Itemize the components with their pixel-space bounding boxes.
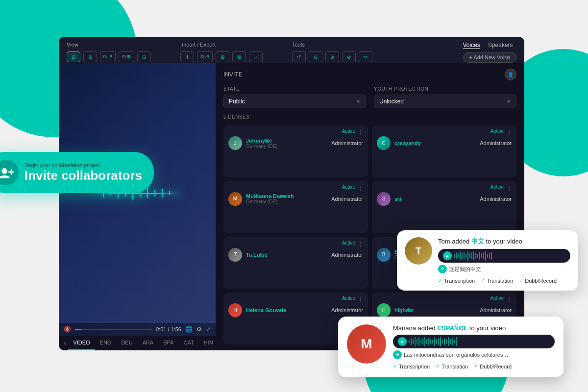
view-btn-2[interactable]: ⊞ <box>83 51 97 62</box>
tom-add-button[interactable]: + <box>438 265 447 273</box>
tom-avatar: T <box>405 237 432 265</box>
collab-card-sri: Active ⋮ S sri Administrator <box>372 181 516 233</box>
lang-tab-deu[interactable]: DEU <box>116 336 137 350</box>
collab-details-crazyandy: crazyandy <box>394 140 476 146</box>
view-btn-sub[interactable]: SUB <box>119 51 134 62</box>
mariana-waveform: ▶ <box>393 335 555 348</box>
wave-bar <box>456 252 457 259</box>
tab-speakers[interactable]: Speakers <box>488 42 513 49</box>
wave-bar <box>458 253 459 258</box>
state-chevron: ▼ <box>356 99 361 104</box>
mariana-lang: ESPAÑOL <box>437 324 467 332</box>
wave-bar <box>416 339 417 344</box>
wave-bar <box>469 253 470 258</box>
wave-bar <box>471 252 472 259</box>
import-export-label: Import / Export <box>180 42 263 48</box>
collab-info-johnnybe: J JohnnyBe Germany (DE) Administrator <box>228 136 363 150</box>
tool-btn-4[interactable]: ⊘ <box>342 51 356 62</box>
ie-btn-2[interactable]: SUB <box>197 51 213 62</box>
tom-wave-bars <box>454 251 565 261</box>
lang-tab-ara[interactable]: ARA <box>138 336 159 350</box>
collab-card-muthanna: Active ⋮ M Muthanna Darwish Germany (DE)… <box>223 181 368 233</box>
globe-icon[interactable]: 🌐 <box>185 326 193 333</box>
collab-details-highder: highder <box>394 307 476 313</box>
check-icon-dubb: ✓ <box>519 277 523 284</box>
tools-icons: ↺ ⊙ ⊕ ⊘ ✂ <box>292 51 372 62</box>
check-icon-dubb-m: ✓ <box>474 363 478 369</box>
progress-fill <box>75 329 81 330</box>
mariana-add-button[interactable]: + <box>393 350 402 359</box>
mariana-checks: ✓ Transcription ✓ Translation ✓ Dubb/Rec… <box>393 363 555 369</box>
wave-bar <box>434 337 435 346</box>
ie-btn-4[interactable]: ⊠ <box>232 51 246 62</box>
wave-bar <box>432 340 433 343</box>
invite-button[interactable]: 👤 <box>505 69 516 80</box>
collab-details-johnnybe: JohnnyBe Germany (DE) <box>246 138 327 149</box>
collab-info-muthanna: M Muthanna Darwish Germany (DE) Administ… <box>228 192 363 206</box>
import-export-icons: ⬆ SUB ⊞ ⊠ ⇗ <box>180 51 263 62</box>
view-btn-dub[interactable]: DUB <box>100 51 116 62</box>
tom-subtitle-text: 这是我的中文 <box>449 266 481 273</box>
ie-btn-3[interactable]: ⊞ <box>216 51 229 62</box>
wave-bar <box>413 339 414 344</box>
view-btn-5[interactable]: ⊡ <box>137 51 151 62</box>
collab-card-johnnybe: Active ⋮ J JohnnyBe Germany (DE) Adminis… <box>223 125 368 177</box>
collab-avatar-johnnybe: J <box>228 136 242 150</box>
collab-menu-helena[interactable]: ⋮ <box>357 295 364 303</box>
lang-prev-arrow[interactable]: ‹ <box>62 339 68 347</box>
mariana-play-button[interactable]: ▶ <box>398 337 407 346</box>
tom-play-button[interactable]: ▶ <box>443 251 452 260</box>
tool-btn-5[interactable]: ✂ <box>359 51 372 62</box>
toolbar: View ⊟ ⊞ DUB SUB ⊡ Import / Export ⬆ SUB… <box>59 37 524 63</box>
add-voice-button[interactable]: + Add New Voice <box>463 52 516 63</box>
collab-menu-talukic[interactable]: ⋮ <box>357 240 364 248</box>
waveform-spike <box>162 189 163 197</box>
lang-tab-video[interactable]: VIDEO <box>68 336 95 350</box>
wave-bar <box>428 338 429 345</box>
check-icon-transcription: ✓ <box>438 277 442 284</box>
mariana-avatar: M <box>347 324 386 364</box>
collab-name-talukic: Ta Lukic <box>246 252 327 258</box>
wave-bar <box>489 253 490 259</box>
collab-status-crazyandy: Active <box>490 128 504 134</box>
gear-icon[interactable]: ⚙ <box>196 326 202 333</box>
view-btn-1[interactable]: ⊟ <box>67 51 80 62</box>
collab-avatar-highder: H <box>377 303 391 317</box>
wave-bar <box>477 254 478 258</box>
tom-title-suffix: to your video <box>484 238 522 245</box>
lang-tab-spa[interactable]: SPA <box>158 336 178 350</box>
collab-menu-sri[interactable]: ⋮ <box>506 184 513 192</box>
video-controls: 🔇 0:01 / 1:56 🌐 ⚙ ⤢ <box>59 323 216 336</box>
fullscreen-icon[interactable]: ⤢ <box>206 326 211 333</box>
mariana-title-suffix: to your video <box>467 324 506 332</box>
state-select[interactable]: Public ▼ <box>223 95 366 108</box>
lang-tab-eng[interactable]: ENG <box>95 336 117 350</box>
lang-tab-hin[interactable]: HIN <box>199 336 216 350</box>
youth-protection-select[interactable]: Unlocked ▼ <box>374 95 516 108</box>
ie-btn-5[interactable]: ⇗ <box>249 51 263 62</box>
mariana-title-prefix: Mariana added <box>393 324 437 332</box>
collab-location-johnnybe: Germany (DE) <box>246 144 327 149</box>
collab-menu-highder[interactable]: ⋮ <box>506 295 513 303</box>
mute-icon[interactable]: 🔇 <box>64 326 71 333</box>
tab-voices[interactable]: Voices <box>463 42 480 49</box>
tool-btn-2[interactable]: ⊙ <box>309 51 322 62</box>
wave-bar <box>456 337 457 346</box>
ie-btn-1[interactable]: ⬆ <box>180 51 194 62</box>
wave-bar <box>479 252 480 260</box>
wave-bar <box>442 340 443 343</box>
lang-tab-cat[interactable]: CAT <box>178 336 198 350</box>
tom-translation-label: Translation <box>487 278 513 284</box>
collab-menu-muthanna[interactable]: ⋮ <box>357 184 364 192</box>
wave-bar <box>473 251 474 260</box>
collab-menu-johnnybe[interactable]: ⋮ <box>357 128 364 136</box>
wave-bar <box>418 337 419 346</box>
progress-bar[interactable] <box>75 329 152 330</box>
mariana-check-dubb: ✓ Dubb/Record <box>474 363 512 369</box>
tool-btn-1[interactable]: ↺ <box>292 51 306 62</box>
collab-menu-crazyandy[interactable]: ⋮ <box>506 128 513 136</box>
tom-checks: ✓ Transcription ✓ Translation ✓ Dubb/Rec… <box>438 277 570 284</box>
tool-btn-3[interactable]: ⊕ <box>325 51 339 62</box>
view-section: View ⊟ ⊞ DUB SUB ⊡ <box>67 42 151 62</box>
voices-section: Voices Speakers + Add New Voice <box>463 42 516 63</box>
